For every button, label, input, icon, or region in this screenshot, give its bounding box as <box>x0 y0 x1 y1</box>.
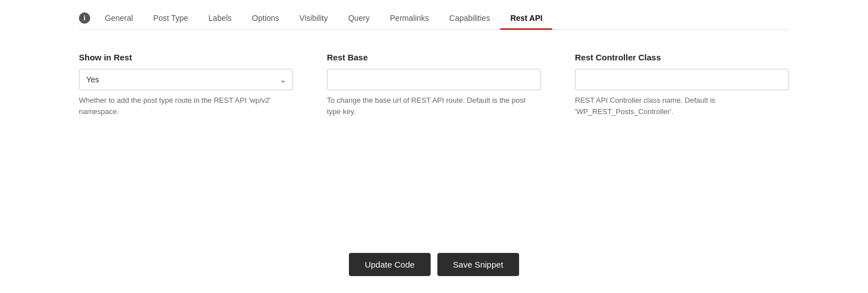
rest-controller-class-hint: REST API Controller class name. Default … <box>575 95 789 117</box>
tab-capabilities[interactable]: Capabilities <box>439 7 500 29</box>
tab-query[interactable]: Query <box>338 7 380 29</box>
show-in-rest-select-wrapper: Yes No ⌄ <box>79 69 293 90</box>
rest-controller-class-label: Rest Controller Class <box>575 53 789 62</box>
page-wrapper: i General Post Type Labels Options Visib… <box>0 0 868 293</box>
show-in-rest-label: Show in Rest <box>79 53 293 62</box>
footer-buttons: Update Code Save Snippet <box>79 230 789 293</box>
tab-visibility[interactable]: Visibility <box>289 7 338 29</box>
info-icon[interactable]: i <box>79 12 90 24</box>
tab-rest-api[interactable]: Rest API <box>500 7 552 29</box>
show-in-rest-group: Show in Rest Yes No ⌄ Whether to add the… <box>79 53 293 117</box>
save-snippet-button[interactable]: Save Snippet <box>437 253 519 276</box>
rest-controller-class-group: Rest Controller Class REST API Controlle… <box>575 53 789 117</box>
rest-base-hint: To change the base url of REST API route… <box>327 95 541 117</box>
tab-general[interactable]: General <box>95 7 143 29</box>
tab-options[interactable]: Options <box>242 7 289 29</box>
tab-post-type[interactable]: Post Type <box>143 7 198 29</box>
update-code-button[interactable]: Update Code <box>349 253 430 276</box>
show-in-rest-select[interactable]: Yes No <box>79 69 293 90</box>
content-area: Show in Rest Yes No ⌄ Whether to add the… <box>79 30 789 230</box>
rest-controller-class-input[interactable] <box>575 69 789 90</box>
rest-base-group: Rest Base To change the base url of REST… <box>327 53 541 117</box>
fields-row: Show in Rest Yes No ⌄ Whether to add the… <box>79 53 789 117</box>
rest-base-label: Rest Base <box>327 53 541 62</box>
show-in-rest-hint: Whether to add the post type route in th… <box>79 95 293 117</box>
tab-permalinks[interactable]: Permalinks <box>380 7 439 29</box>
tab-navigation: i General Post Type Labels Options Visib… <box>79 0 789 30</box>
rest-base-input[interactable] <box>327 69 541 90</box>
tab-labels[interactable]: Labels <box>198 7 242 29</box>
